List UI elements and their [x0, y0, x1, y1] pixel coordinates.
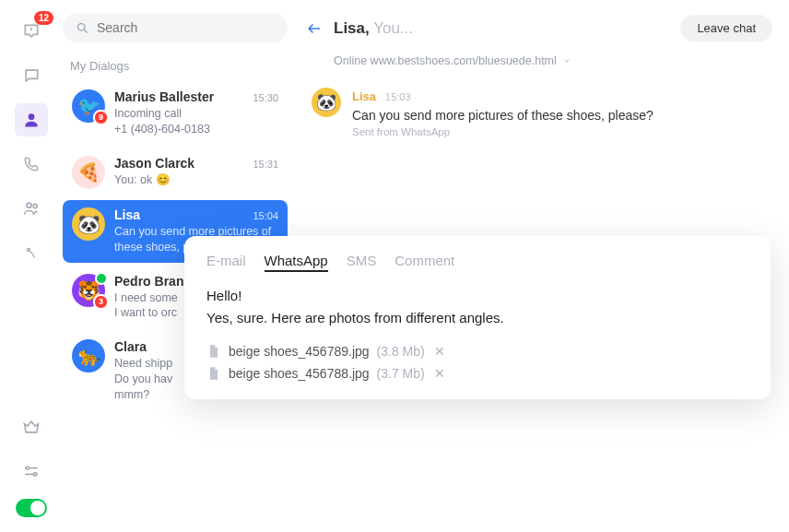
search-icon	[76, 21, 89, 35]
attachment-size: (3.7 Mb)	[377, 366, 425, 381]
dialogs-title: My Dialogs	[70, 59, 284, 73]
back-arrow-icon[interactable]	[306, 20, 323, 37]
dialog-avatar: 🐼	[72, 207, 105, 241]
chat-url-line[interactable]: Online www.bestshoes.com/bluesuede.html	[334, 54, 772, 67]
dialog-name: Marius Ballester	[114, 89, 214, 104]
svg-point-1	[27, 203, 31, 207]
attachment-row: beige shoes_456789.jpg(3.8 Mb)✕	[206, 344, 748, 359]
compose-tabs: E-mail WhatsApp SMS Comment	[206, 253, 748, 272]
compose-body[interactable]: Hello! Yes, sure. Here are photos from d…	[206, 285, 748, 329]
message-from: Lisa	[352, 89, 376, 103]
attachment-name: beige shoes_456788.jpg	[229, 366, 370, 381]
nav-contacts[interactable]	[15, 192, 48, 225]
svg-point-6	[78, 23, 86, 30]
message-text: Can you send more pictures of these shoe…	[352, 108, 654, 123]
chevron-down-icon	[562, 56, 571, 65]
online-toggle[interactable]	[16, 499, 47, 517]
attachment-name: beige shoes_456789.jpg	[229, 344, 370, 359]
dialog-badge: 3	[93, 294, 109, 310]
dialog-time: 15:30	[253, 92, 278, 103]
message-source: Sent from WhatsApp	[352, 126, 654, 137]
dialog-time: 15:31	[253, 159, 278, 170]
svg-point-3	[28, 249, 30, 252]
dialog-avatar: 🐦9	[72, 89, 105, 123]
dialog-name: Clara	[114, 339, 147, 354]
chat-header: Lisa, You... Leave chat	[306, 15, 772, 41]
chat-title-name: Lisa,	[334, 19, 370, 37]
nav-chat[interactable]	[15, 59, 48, 92]
nav-settings[interactable]	[15, 455, 48, 488]
compose-card: E-mail WhatsApp SMS Comment Hello! Yes, …	[184, 236, 771, 399]
file-icon	[206, 344, 221, 359]
nav-premium[interactable]	[15, 410, 48, 443]
nav-rail: 12	[0, 0, 63, 532]
tab-comment[interactable]: Comment	[394, 253, 454, 272]
nav-activity[interactable]	[15, 236, 48, 269]
dialog-item[interactable]: 🍕Jason Clarck15:31You: ok 😊	[63, 148, 288, 196]
chat-message: 🐼 Lisa15:03 Can you send more pictures o…	[312, 88, 772, 137]
dialog-preview: You: ok 😊	[114, 172, 278, 188]
dialog-name: Lisa	[114, 207, 140, 222]
dialog-avatar: 🐯3	[72, 274, 105, 307]
svg-point-5	[34, 473, 37, 476]
dialog-avatar: 🍕	[72, 156, 105, 189]
message-avatar: 🐼	[312, 88, 341, 117]
search-box[interactable]	[63, 13, 288, 42]
file-icon	[206, 366, 221, 381]
dialog-time: 15:04	[253, 210, 278, 221]
tab-whatsapp[interactable]: WhatsApp	[265, 253, 328, 272]
svg-point-4	[26, 467, 29, 469]
tab-email[interactable]: E-mail	[206, 253, 246, 272]
chat-title-you: You...	[370, 19, 413, 37]
search-input[interactable]	[97, 20, 275, 35]
dialog-item[interactable]: 🐦9Marius Ballester15:30Incoming call+1 (…	[63, 82, 288, 145]
tab-sms[interactable]: SMS	[347, 253, 377, 272]
svg-point-2	[33, 204, 37, 207]
dialog-name: Jason Clarck	[114, 156, 194, 171]
attachment-remove[interactable]: ✕	[434, 344, 445, 359]
attachment-row: beige shoes_456788.jpg(3.7 Mb)✕	[206, 366, 748, 381]
chat-title: Lisa, You...	[334, 19, 413, 38]
nav-dialogs[interactable]	[15, 103, 48, 136]
dialog-name: Pedro Bran	[114, 274, 183, 289]
attachment-size: (3.8 Mb)	[377, 344, 425, 359]
dialog-preview: Incoming call+1 (408)-604-0183	[114, 106, 278, 137]
inbox-badge: 12	[34, 11, 53, 25]
chat-panel: Lisa, You... Leave chat Online www.bests…	[295, 0, 789, 532]
leave-chat-button[interactable]: Leave chat	[680, 15, 772, 41]
dialog-avatar: 🐆	[72, 339, 105, 372]
svg-point-0	[29, 113, 35, 120]
message-time: 15:03	[385, 91, 411, 102]
nav-inbox[interactable]: 12	[15, 15, 48, 48]
attachment-remove[interactable]: ✕	[434, 366, 445, 381]
dialog-badge: 9	[93, 110, 109, 125]
nav-phone[interactable]	[15, 148, 48, 181]
